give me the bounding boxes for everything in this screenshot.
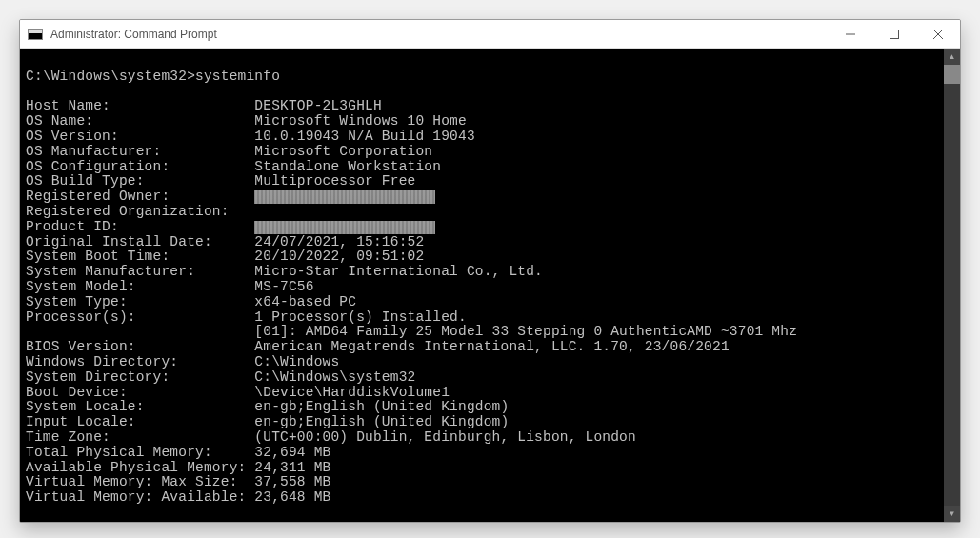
- sysinfo-row: BIOS Version: American Megatrends Intern…: [26, 339, 730, 354]
- sysinfo-label: System Boot Time:: [26, 249, 254, 264]
- sysinfo-value: C:\Windows\system32: [254, 369, 415, 385]
- sysinfo-value: en-gb;English (United Kingdom): [254, 414, 509, 429]
- sysinfo-row: OS Version: 10.0.19043 N/A Build 19043: [26, 129, 475, 144]
- sysinfo-label: OS Version:: [26, 129, 254, 144]
- sysinfo-label: OS Build Type:: [26, 173, 254, 189]
- sysinfo-value: American Megatrends International, LLC. …: [254, 339, 729, 354]
- sysinfo-label: OS Name:: [26, 113, 254, 129]
- sysinfo-value: 32,694 MB: [254, 445, 330, 460]
- sysinfo-label: System Type:: [26, 294, 254, 309]
- sysinfo-label: Registered Organization:: [26, 204, 254, 219]
- sysinfo-value: 24/07/2021, 15:16:52: [254, 234, 424, 249]
- sysinfo-row: OS Build Type: Multiprocessor Free: [26, 173, 415, 189]
- sysinfo-row: Available Physical Memory: 24,311 MB: [26, 460, 330, 475]
- prompt-line: C:\Windows\system32>systeminfo: [26, 69, 280, 84]
- sysinfo-label: Time Zone:: [26, 429, 254, 445]
- sysinfo-row: OS Manufacturer: Microsoft Corporation: [26, 144, 432, 159]
- sysinfo-row: Time Zone: (UTC+00:00) Dublin, Edinburgh…: [26, 429, 636, 445]
- sysinfo-value: 24,311 MB: [254, 460, 330, 475]
- sysinfo-value: 1 Processor(s) Installed.: [254, 309, 467, 325]
- sysinfo-label: Total Physical Memory:: [26, 445, 254, 460]
- window-title: Administrator: Command Prompt: [50, 28, 829, 41]
- svg-rect-1: [890, 30, 899, 38]
- sysinfo-value: 10.0.19043 N/A Build 19043: [254, 129, 474, 144]
- redacted-value: [254, 190, 435, 204]
- sysinfo-value: en-gb;English (United Kingdom): [254, 399, 509, 414]
- sysinfo-row: Input Locale: en-gb;English (United King…: [26, 414, 509, 429]
- sysinfo-row: OS Name: Microsoft Windows 10 Home: [26, 113, 467, 129]
- sysinfo-label: Available Physical Memory:: [26, 460, 254, 475]
- scroll-down-arrow-icon[interactable]: ▼: [944, 506, 960, 522]
- sysinfo-row: Total Physical Memory: 32,694 MB: [26, 445, 330, 460]
- sysinfo-row: System Manufacturer: Micro-Star Internat…: [26, 264, 543, 279]
- sysinfo-value: C:\Windows: [254, 354, 339, 369]
- redacted-value: [254, 221, 435, 234]
- sysinfo-row: System Locale: en-gb;English (United Kin…: [26, 399, 509, 414]
- sysinfo-label: System Manufacturer:: [26, 264, 254, 279]
- sysinfo-value: \Device\HarddiskVolume1: [254, 385, 450, 400]
- sysinfo-label: BIOS Version:: [26, 339, 254, 354]
- sysinfo-value: 20/10/2022, 09:51:02: [254, 249, 424, 264]
- window-controls: [829, 20, 960, 49]
- sysinfo-row: Product ID:: [26, 219, 435, 234]
- sysinfo-label: OS Configuration:: [26, 159, 254, 174]
- sysinfo-label: Host Name:: [26, 98, 254, 113]
- sysinfo-label: Virtual Memory: Max Size:: [26, 474, 254, 489]
- scrollbar-thumb[interactable]: [944, 65, 960, 84]
- sysinfo-label: Windows Directory:: [26, 354, 254, 369]
- sysinfo-label: Processor(s):: [26, 309, 254, 325]
- maximize-button[interactable]: [872, 20, 916, 49]
- sysinfo-value: MS-7C56: [254, 279, 313, 294]
- sysinfo-row: System Directory: C:\Windows\system32: [26, 369, 415, 385]
- window-frame: Administrator: Command Prompt C:\Windows…: [19, 19, 961, 523]
- sysinfo-row: Processor(s): 1 Processor(s) Installed.: [26, 309, 467, 325]
- sysinfo-row: [01]: AMD64 Family 25 Model 33 Stepping …: [26, 324, 797, 339]
- sysinfo-value: DESKTOP-2L3GHLH: [254, 98, 382, 113]
- sysinfo-value: Microsoft Windows 10 Home: [254, 113, 467, 129]
- cmd-icon: [28, 27, 43, 42]
- sysinfo-label: [26, 324, 254, 339]
- sysinfo-label: Product ID:: [26, 219, 254, 234]
- sysinfo-value: x64-based PC: [254, 294, 356, 309]
- sysinfo-row: Host Name: DESKTOP-2L3GHLH: [26, 98, 382, 113]
- scrollbar[interactable]: ▲ ▼: [944, 49, 960, 522]
- sysinfo-label: Virtual Memory: Available:: [26, 489, 254, 505]
- sysinfo-row: Registered Organization:: [26, 204, 254, 219]
- scrollbar-track[interactable]: [944, 65, 960, 506]
- sysinfo-row: OS Configuration: Standalone Workstation: [26, 159, 441, 174]
- sysinfo-value: 23,648 MB: [254, 489, 330, 505]
- sysinfo-row: Virtual Memory: Max Size: 37,558 MB: [26, 474, 330, 489]
- sysinfo-row: Original Install Date: 24/07/2021, 15:16…: [26, 234, 424, 249]
- sysinfo-label: System Model:: [26, 279, 254, 294]
- sysinfo-label: OS Manufacturer:: [26, 144, 254, 159]
- minimize-button[interactable]: [829, 20, 872, 49]
- close-button[interactable]: [916, 20, 960, 49]
- sysinfo-row: Registered Owner:: [26, 189, 435, 204]
- sysinfo-value: Standalone Workstation: [254, 159, 441, 174]
- sysinfo-label: Original Install Date:: [26, 234, 254, 249]
- sysinfo-row: System Type: x64-based PC: [26, 294, 356, 309]
- scroll-up-arrow-icon[interactable]: ▲: [944, 49, 960, 65]
- sysinfo-value: Microsoft Corporation: [254, 144, 432, 159]
- sysinfo-label: System Locale:: [26, 399, 254, 414]
- sysinfo-value: (UTC+00:00) Dublin, Edinburgh, Lisbon, L…: [254, 429, 636, 445]
- sysinfo-row: System Boot Time: 20/10/2022, 09:51:02: [26, 249, 424, 264]
- sysinfo-row: Windows Directory: C:\Windows: [26, 354, 339, 369]
- sysinfo-label: Boot Device:: [26, 385, 254, 400]
- sysinfo-row: Boot Device: \Device\HarddiskVolume1: [26, 385, 450, 400]
- terminal-output[interactable]: C:\Windows\system32>systeminfo Host Name…: [20, 49, 944, 522]
- sysinfo-row: Virtual Memory: Available: 23,648 MB: [26, 489, 330, 505]
- sysinfo-value: Micro-Star International Co., Ltd.: [254, 264, 543, 279]
- sysinfo-value: 37,558 MB: [254, 474, 330, 489]
- sysinfo-value: Multiprocessor Free: [254, 173, 415, 189]
- sysinfo-label: Input Locale:: [26, 414, 254, 429]
- sysinfo-label: Registered Owner:: [26, 189, 254, 204]
- terminal-area: C:\Windows\system32>systeminfo Host Name…: [20, 49, 960, 522]
- sysinfo-row: System Model: MS-7C56: [26, 279, 314, 294]
- titlebar[interactable]: Administrator: Command Prompt: [20, 20, 960, 49]
- sysinfo-label: System Directory:: [26, 369, 254, 385]
- sysinfo-value: [01]: AMD64 Family 25 Model 33 Stepping …: [254, 324, 797, 339]
